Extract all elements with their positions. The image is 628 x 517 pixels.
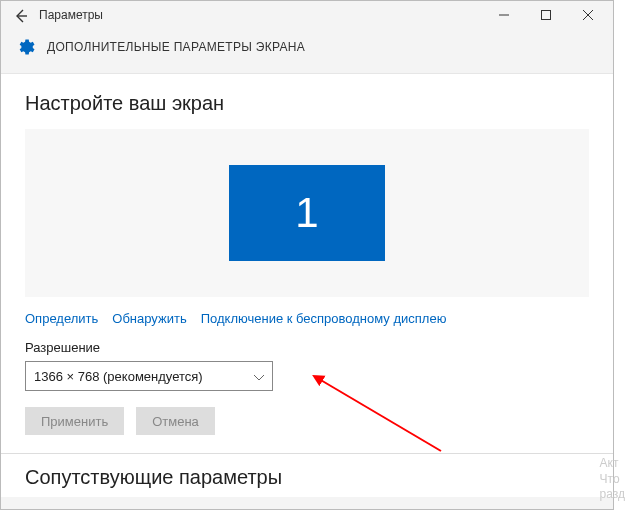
display-1[interactable]: 1 [229,165,385,261]
divider [1,453,613,454]
minimize-button[interactable] [483,1,525,29]
settings-window: Параметры ДОПОЛНИТЕЛЬНЫЕ ПАРАМЕТРЫ ЭКРАН… [0,0,614,510]
cancel-button[interactable]: Отмена [136,407,215,435]
maximize-button[interactable] [525,1,567,29]
display-number: 1 [295,189,318,237]
close-icon [583,10,593,20]
page-heading: Настройте ваш экран [25,92,589,115]
display-arrangement[interactable]: 1 [25,129,589,297]
apply-button[interactable]: Применить [25,407,124,435]
window-title: Параметры [39,8,103,22]
connect-wireless-link[interactable]: Подключение к беспроводному дисплею [201,311,447,326]
page-subheader-title: ДОПОЛНИТЕЛЬНЫЕ ПАРАМЕТРЫ ЭКРАНА [47,40,305,54]
detect-link[interactable]: Обнаружить [112,311,186,326]
minimize-icon [499,10,509,20]
activation-watermark: Акт Что разд [600,456,625,503]
titlebar: Параметры [1,1,613,29]
close-button[interactable] [567,1,609,29]
action-buttons: Применить Отмена [25,407,589,435]
content-area: Настройте ваш экран 1 Определить Обнаруж… [1,73,613,497]
related-heading: Сопутствующие параметры [25,466,589,489]
chevron-down-icon [254,369,264,384]
svg-rect-2 [542,11,551,20]
resolution-value: 1366 × 768 (рекомендуется) [34,369,203,384]
back-button[interactable] [5,6,37,24]
resolution-select[interactable]: 1366 × 768 (рекомендуется) [25,361,273,391]
resolution-label: Разрешение [25,340,589,355]
gear-icon [15,37,35,57]
page-subheader: ДОПОЛНИТЕЛЬНЫЕ ПАРАМЕТРЫ ЭКРАНА [1,29,613,73]
arrow-left-icon [13,8,29,24]
display-links: Определить Обнаружить Подключение к бесп… [25,311,589,326]
identify-link[interactable]: Определить [25,311,98,326]
maximize-icon [541,10,551,20]
